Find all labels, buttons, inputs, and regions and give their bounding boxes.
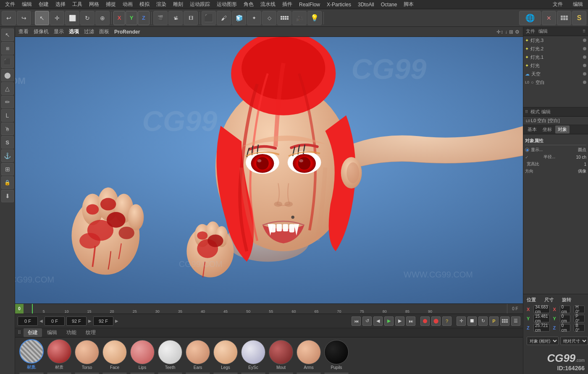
step-back-button[interactable]: ◀ xyxy=(373,316,383,326)
rot-h-field[interactable]: H 0° xyxy=(574,306,585,313)
material-item-7[interactable]: Legs xyxy=(213,340,239,370)
s-button[interactable]: S xyxy=(572,11,586,25)
menu-file[interactable]: 文件 xyxy=(2,0,18,9)
pos-x-field[interactable]: 34.683 cm xyxy=(533,306,550,313)
props-tab-basic[interactable]: 基本 xyxy=(525,126,539,133)
rot-b-field[interactable]: B 0° xyxy=(574,324,585,332)
z-axis-button[interactable]: Z xyxy=(138,11,150,25)
clapper-button[interactable]: 🎞 xyxy=(184,11,198,25)
select-tool-button[interactable]: ↖ xyxy=(35,11,49,25)
obj-mgr-tab-file[interactable]: 文件 xyxy=(526,28,535,34)
loop-button[interactable]: ↻ xyxy=(478,316,488,326)
lock-btn[interactable]: 🔒 xyxy=(1,176,14,189)
current-frame-field[interactable]: 0 F xyxy=(18,316,38,326)
menu-character[interactable]: 角色 xyxy=(240,0,257,9)
material-item-4[interactable]: Lips xyxy=(129,340,155,370)
add-key-button[interactable]: ✛ xyxy=(457,316,466,326)
fx-button[interactable]: ✦ xyxy=(247,11,261,25)
pattern-button[interactable] xyxy=(277,11,291,25)
menu-create[interactable]: 创建 xyxy=(35,0,52,9)
material-item-1[interactable]: 材质 xyxy=(46,339,72,370)
record-button[interactable] xyxy=(420,316,430,326)
mat2-item-5[interactable] xyxy=(157,373,183,373)
light-button[interactable]: 💡 xyxy=(307,11,322,25)
go-end-button[interactable]: ⏭ xyxy=(406,316,415,326)
step-fwd-button[interactable]: ▶ xyxy=(395,316,404,326)
vp-menu-panel[interactable]: 面板 xyxy=(99,28,109,35)
frame-right-arrow[interactable]: ▶ xyxy=(88,319,92,323)
camera-tool-button[interactable]: 📽 xyxy=(168,11,183,25)
transform-tool-button[interactable]: ⊕ xyxy=(95,11,110,25)
snap-key-button[interactable]: 🔲 xyxy=(467,316,477,326)
settings-transport-button[interactable]: ☰ xyxy=(511,316,520,326)
end-frame-field[interactable]: 92 F xyxy=(66,316,87,326)
render-all-button[interactable] xyxy=(557,11,571,25)
pos-y-field[interactable]: 15.481 cm xyxy=(533,315,550,322)
props-tab-object[interactable]: 对象 xyxy=(555,126,570,133)
pen-btn[interactable]: ✏ xyxy=(1,96,14,108)
film-tool-button[interactable]: 🎬 xyxy=(153,11,168,25)
pos-z-field[interactable]: 25.721 cm xyxy=(533,324,550,332)
render-settings-button[interactable]: 🌐 xyxy=(519,11,541,25)
mat-tab-texture[interactable]: 纹理 xyxy=(81,328,100,337)
menu-motiontrack[interactable]: 运动跟踪 xyxy=(186,0,213,9)
menu-script[interactable]: 脚本 xyxy=(400,0,417,9)
menu-motiongraph[interactable]: 运动图形 xyxy=(213,0,240,9)
play-back-button[interactable]: ↺ xyxy=(362,316,372,326)
grid-transport-button[interactable] xyxy=(500,316,509,326)
move-object-btn[interactable]: ↖ xyxy=(1,29,14,41)
play-button[interactable]: ▶ xyxy=(384,316,394,326)
material-item-0[interactable]: 材质. xyxy=(18,339,45,370)
size-x-field[interactable]: 0 cm xyxy=(560,306,571,313)
material-item-8[interactable]: EySc xyxy=(240,340,266,370)
p-button[interactable]: P xyxy=(489,316,499,326)
menu-select[interactable]: 选择 xyxy=(52,0,69,9)
props-tab-coord[interactable]: 坐标 xyxy=(540,126,554,133)
vp-move-icon[interactable]: ✛↕ xyxy=(496,29,503,35)
material-item-3[interactable]: Face xyxy=(102,340,128,370)
l-shape-btn[interactable]: L xyxy=(1,109,14,122)
menu-octane[interactable]: Octane xyxy=(378,1,401,8)
mat2-item-1[interactable] xyxy=(46,373,72,373)
coord-mode-select[interactable]: 对象 (相对) xyxy=(527,337,559,345)
vp-menu-filter[interactable]: 过滤 xyxy=(84,28,94,35)
menu-snap[interactable]: 捕捉 xyxy=(102,0,119,9)
material-item-2[interactable]: Torso xyxy=(74,340,100,370)
menu-tools[interactable]: 工具 xyxy=(69,0,86,9)
menu-realflow[interactable]: RealFlow xyxy=(296,1,323,8)
start-frame-field[interactable]: 0 F xyxy=(45,316,65,326)
menu-edit[interactable]: 编辑 xyxy=(18,0,35,9)
mat-tab-create[interactable]: 创建 xyxy=(24,328,42,337)
display-radio[interactable] xyxy=(525,148,529,152)
undo-button[interactable]: ↩ xyxy=(2,11,16,25)
menu-animation[interactable]: 动画 xyxy=(119,0,136,9)
menu-mesh[interactable]: 网格 xyxy=(86,0,102,9)
paint-button[interactable]: 🖌 xyxy=(217,11,231,25)
mat2-item-11[interactable] xyxy=(323,373,349,373)
mat2-item-9[interactable] xyxy=(268,373,294,373)
material-item-11[interactable]: Pupils xyxy=(323,340,349,370)
rotate-tool-button[interactable]: ↻ xyxy=(80,11,94,25)
redo-button[interactable]: ↪ xyxy=(17,11,31,25)
x-axis-button[interactable]: X xyxy=(113,11,125,25)
size-mode-select[interactable]: 绝对尺寸 xyxy=(560,337,588,345)
mouse-btn[interactable]: 🖱 xyxy=(1,123,14,135)
mat2-item-6[interactable] xyxy=(185,373,211,373)
rot-p-field[interactable]: P 0° xyxy=(574,315,585,322)
size-y-field[interactable]: 0 cm xyxy=(560,315,571,322)
total-frame-field[interactable]: 92 F xyxy=(93,316,113,326)
menu-render[interactable]: 渲染 xyxy=(153,0,170,9)
y-axis-button[interactable]: Y xyxy=(126,11,137,25)
mat2-item-3[interactable] xyxy=(102,373,128,373)
mat2-item-4[interactable] xyxy=(129,373,155,373)
mat2-item-2[interactable] xyxy=(74,373,100,373)
render-active-button[interactable]: ✕ xyxy=(542,11,556,25)
material-item-10[interactable]: Arms xyxy=(296,340,322,370)
view-cube-button[interactable]: ⬛ xyxy=(202,11,216,25)
menu-window-file[interactable]: 文件 xyxy=(549,0,566,9)
hook-btn[interactable]: ⚓ xyxy=(1,149,14,162)
obj-mgr-tab-edit[interactable]: 编辑 xyxy=(538,28,548,34)
vp-menu-view[interactable]: 查看 xyxy=(18,28,29,35)
menu-sculpt[interactable]: 雕刻 xyxy=(170,0,186,9)
grid-btn[interactable]: ⊞ xyxy=(1,163,14,175)
